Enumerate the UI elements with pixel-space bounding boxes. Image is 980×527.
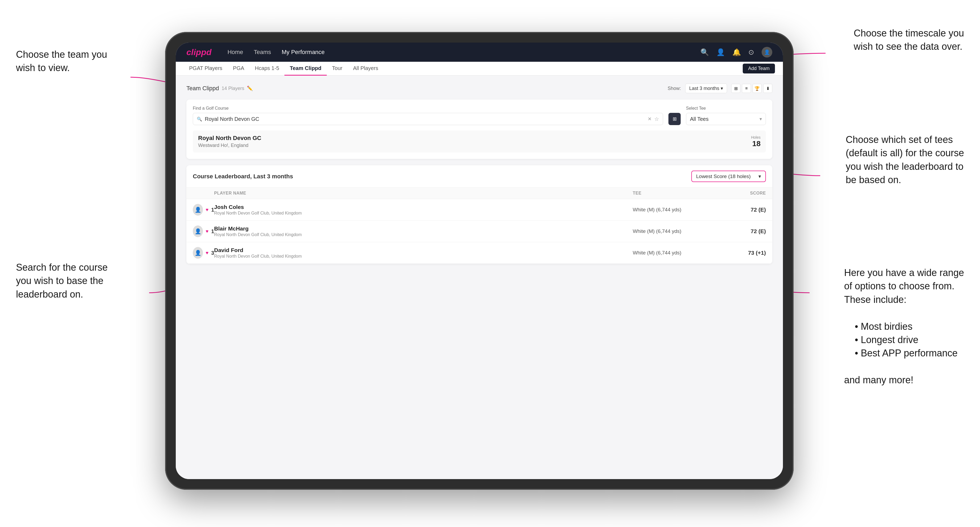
- search-submit-button[interactable]: ⊞: [668, 113, 681, 125]
- sub-nav-pga[interactable]: PGA: [228, 62, 250, 76]
- player-tee-3: White (M) (6,744 yds): [633, 250, 713, 256]
- view-icons: ⊞ ≡ 🏆 ⬇: [731, 84, 772, 93]
- leaderboard-section: Course Leaderboard, Last 3 months Lowest…: [186, 165, 772, 264]
- sub-nav-team-clippd[interactable]: Team Clippd: [285, 62, 327, 76]
- score-type-select[interactable]: Lowest Score (18 holes) ▾: [691, 171, 766, 182]
- profile-icon[interactable]: 👤: [716, 48, 725, 56]
- rank-col-header: [193, 191, 214, 195]
- player-score-1: 72 (E): [713, 206, 766, 213]
- player-col-header: PLAYER NAME: [214, 191, 633, 195]
- find-course-label: Find a Golf Course: [193, 106, 663, 111]
- heart-icon-2[interactable]: ♥: [205, 229, 208, 234]
- search-magnifier-icon: 🔍: [197, 117, 202, 122]
- player-name-2: Blair McHarg: [214, 225, 633, 232]
- course-result[interactable]: Royal North Devon GC Westward Ho!, Engla…: [193, 130, 766, 152]
- rank-num-1: 1: [211, 207, 214, 213]
- player-info-3: David Ford Royal North Devon Golf Club, …: [214, 247, 633, 259]
- tee-select-arrow-icon: ▾: [759, 116, 762, 122]
- player-name-3: David Ford: [214, 247, 633, 253]
- course-search-input-wrap: 🔍 ✕ ☆: [193, 113, 663, 125]
- team-title: Team Clippd 14 Players ✏️: [186, 85, 253, 92]
- table-row: 👤 ♥ 1 Josh Coles Royal North Devon Golf …: [186, 199, 772, 221]
- player-info-2: Blair McHarg Royal North Devon Golf Club…: [214, 225, 633, 237]
- score-type-arrow-icon: ▾: [759, 173, 761, 179]
- tablet-screen: clippd Home Teams My Performance 🔍 👤 🔔 ⊙…: [176, 43, 783, 479]
- select-tee-label: Select Tee: [686, 106, 766, 111]
- sub-navbar: PGAT Players PGA Hcaps 1-5 Team Clippd T…: [176, 62, 783, 76]
- favourite-icon[interactable]: ☆: [654, 116, 659, 122]
- course-search-input[interactable]: [205, 116, 645, 122]
- annotation-top-right: Choose the timescale you wish to see the…: [854, 27, 964, 54]
- nav-teams[interactable]: Teams: [254, 49, 271, 56]
- leaderboard-header: Course Leaderboard, Last 3 months Lowest…: [186, 165, 772, 187]
- logo: clippd: [186, 48, 212, 57]
- player-avatar-3: 👤: [193, 247, 203, 259]
- trophy-icon[interactable]: 🏆: [752, 84, 762, 93]
- annotation-middle-right: Choose which set of tees (default is all…: [846, 133, 964, 187]
- course-holes: Holes 18: [751, 135, 760, 148]
- player-rank-1: 👤 ♥ 1: [193, 204, 214, 216]
- leaderboard-title: Course Leaderboard, Last 3 months: [193, 173, 293, 180]
- holes-value: 18: [751, 140, 760, 148]
- player-avatar-2: 👤: [193, 225, 203, 237]
- tablet-frame: clippd Home Teams My Performance 🔍 👤 🔔 ⊙…: [165, 32, 794, 490]
- table-row: 👤 ♥ 1 Blair McHarg Royal North Devon Gol…: [186, 221, 772, 242]
- team-header: Team Clippd 14 Players ✏️ Show: Last 3 m…: [186, 84, 772, 93]
- show-label: Show:: [668, 86, 681, 91]
- player-club-3: Royal North Devon Golf Club, United King…: [214, 254, 633, 259]
- player-tee-1: White (M) (6,744 yds): [633, 207, 713, 213]
- sub-nav-pgat[interactable]: PGAT Players: [184, 62, 228, 76]
- leaderboard-table: PLAYER NAME TEE SCORE 👤 ♥ 1 Josh Coles: [186, 187, 772, 264]
- annotation-bottom-left: Search for the course you wish to base t…: [16, 261, 108, 301]
- heart-icon-3[interactable]: ♥: [205, 250, 208, 256]
- edit-team-icon[interactable]: ✏️: [247, 86, 253, 91]
- player-score-2: 72 (E): [713, 228, 766, 235]
- player-info-1: Josh Coles Royal North Devon Golf Club, …: [214, 204, 633, 216]
- table-row: 👤 ♥ 3 David Ford Royal North Devon Golf …: [186, 242, 772, 264]
- tee-select[interactable]: All Tees ▾: [686, 113, 766, 125]
- team-header-right: Show: Last 3 months ▾ ⊞ ≡ 🏆 ⬇: [668, 84, 772, 93]
- score-col-header: SCORE: [713, 191, 766, 195]
- notification-icon[interactable]: 🔔: [732, 48, 741, 56]
- search-icon[interactable]: 🔍: [700, 48, 709, 56]
- annotation-bottom-right: Here you have a wide range of options to…: [844, 266, 964, 387]
- settings-icon[interactable]: ⊙: [748, 48, 754, 56]
- main-content: Team Clippd 14 Players ✏️ Show: Last 3 m…: [176, 76, 783, 479]
- course-location: Westward Ho!, England: [198, 143, 261, 148]
- holes-label: Holes: [751, 135, 760, 140]
- course-name: Royal North Devon GC: [198, 135, 261, 141]
- add-team-button[interactable]: Add Team: [743, 63, 775, 73]
- clear-search-icon[interactable]: ✕: [648, 116, 652, 122]
- player-rank-2: 👤 ♥ 1: [193, 225, 214, 237]
- search-row: Find a Golf Course 🔍 ✕ ☆ ⊞ Select Tee Al…: [193, 106, 766, 125]
- tee-col-header: TEE: [633, 191, 713, 195]
- rank-num-2: 1: [211, 229, 214, 235]
- player-avatar-1: 👤: [193, 204, 203, 216]
- player-rank-3: 👤 ♥ 3: [193, 247, 214, 259]
- player-score-3: 73 (+1): [713, 250, 766, 256]
- leaderboard-col-headers: PLAYER NAME TEE SCORE: [186, 187, 772, 199]
- annotation-top-left: Choose the team you wish to view.: [16, 48, 107, 75]
- avatar[interactable]: 👤: [762, 47, 772, 57]
- course-search-col: Find a Golf Course 🔍 ✕ ☆: [193, 106, 663, 125]
- heart-icon-1[interactable]: ♥: [205, 207, 208, 213]
- player-tee-2: White (M) (6,744 yds): [633, 229, 713, 234]
- player-club-2: Royal North Devon Golf Club, United King…: [214, 232, 633, 237]
- player-club-1: Royal North Devon Golf Club, United King…: [214, 211, 633, 216]
- sub-nav-hcaps[interactable]: Hcaps 1-5: [250, 62, 285, 76]
- download-icon[interactable]: ⬇: [763, 84, 772, 93]
- course-info: Royal North Devon GC Westward Ho!, Engla…: [198, 135, 261, 148]
- sub-nav-tour[interactable]: Tour: [327, 62, 348, 76]
- player-name-1: Josh Coles: [214, 204, 633, 210]
- sub-nav-all-players[interactable]: All Players: [348, 62, 383, 76]
- navbar: clippd Home Teams My Performance 🔍 👤 🔔 ⊙…: [176, 43, 783, 62]
- rank-num-3: 3: [211, 250, 214, 256]
- grid-view-icon[interactable]: ⊞: [731, 84, 740, 93]
- nav-home[interactable]: Home: [228, 49, 243, 56]
- course-search-section: Find a Golf Course 🔍 ✕ ☆ ⊞ Select Tee Al…: [186, 100, 772, 159]
- show-period-select[interactable]: Last 3 months ▾: [685, 84, 727, 93]
- tee-select-col: Select Tee All Tees ▾: [686, 106, 766, 125]
- list-view-icon[interactable]: ≡: [742, 84, 751, 93]
- nav-my-performance[interactable]: My Performance: [282, 49, 325, 56]
